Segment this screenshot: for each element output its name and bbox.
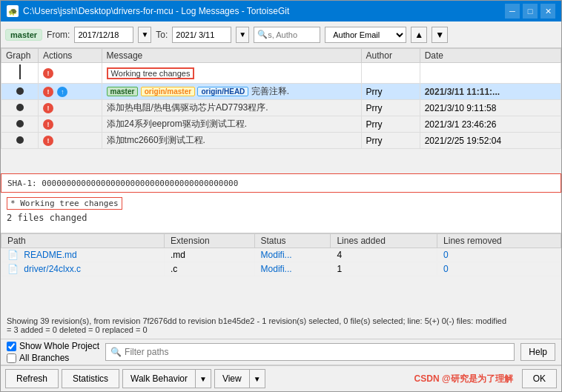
walk-behavior-button[interactable]: Walk Behavior — [122, 369, 195, 388]
col-status: Status — [254, 234, 331, 248]
col-lines-added: Lines added — [331, 234, 437, 248]
author-cell: Prry — [361, 133, 420, 149]
filter-box[interactable]: 🔍 — [105, 343, 515, 361]
action-cell: ! — [39, 116, 102, 133]
files-table-section: Path Extension Status Lines added Lines … — [1, 233, 561, 313]
close-button[interactable]: ✕ — [540, 4, 555, 19]
file-icon: 📄 — [7, 264, 19, 274]
table-row[interactable]: ! ↑ master origin/master origin/HEAD 完善注… — [1, 84, 561, 100]
file-link[interactable]: driver/24clxx.c — [24, 264, 81, 274]
view-dropdown[interactable]: ▼ — [249, 369, 265, 388]
checkboxes: Show Whole Project All Branches — [7, 341, 99, 363]
help-button[interactable]: Help — [520, 343, 555, 361]
author-dropdown[interactable]: Author Email — [325, 27, 406, 43]
commit-message-text: 添加热电阻/热电偶驱动芯片AD7793程序. — [107, 102, 268, 113]
minimize-button[interactable]: ─ — [505, 4, 520, 19]
checkbox-filter-row: Show Whole Project All Branches 🔍 Help — [1, 339, 561, 365]
table-row[interactable]: ! 添加热电阻/热电偶驱动芯片AD7793程序. Prry 2021/3/10 … — [1, 100, 561, 116]
show-whole-project-text: Show Whole Project — [19, 341, 99, 351]
path-cell: 📄 README.md — [1, 248, 165, 262]
title-bar-left: 🐢 C:\Users\jssh\Desktop\drivers-for-mcu … — [7, 5, 289, 17]
status-cell: Modifi... — [254, 262, 331, 276]
to-date-dropdown[interactable]: ▼ — [236, 27, 249, 43]
col-lines-removed: Lines removed — [437, 234, 561, 248]
walk-behavior-dropdown[interactable]: ▼ — [195, 369, 211, 388]
next-button[interactable]: ▼ — [432, 27, 448, 43]
date-cell — [420, 63, 561, 84]
commit-body: 2 files changed — [7, 213, 555, 223]
status-cell: Modifi... — [254, 248, 331, 262]
statistics-button[interactable]: Statistics — [62, 369, 119, 388]
footer-buttons: Refresh Statistics Walk Behavior ▼ View … — [1, 365, 561, 391]
to-date-input[interactable] — [172, 27, 231, 43]
lines-removed-cell: 0 — [437, 262, 561, 276]
col-author: Author — [361, 49, 420, 63]
search-icon: 🔍 — [257, 30, 268, 39]
all-branches-checkbox[interactable] — [7, 353, 16, 363]
graph-node — [19, 64, 21, 79]
action-cell: ! — [39, 100, 102, 116]
commit-message-text: 添加tmc2660到测试工程. — [107, 135, 205, 145]
action-icon-2: ↑ — [57, 87, 67, 97]
lines-added-cell: 4 — [331, 248, 437, 262]
table-row[interactable]: 📄 README.md .md Modifi... 4 0 — [1, 248, 561, 262]
branch-badge[interactable]: master — [5, 29, 42, 41]
search-icon: 🔍 — [110, 347, 122, 357]
commit-message-text: 添加24系列eeprom驱动到测试工程. — [107, 119, 247, 129]
tag-origin-master: origin/master — [141, 87, 195, 96]
author-cell — [361, 63, 420, 84]
refresh-button[interactable]: Refresh — [5, 369, 59, 388]
path-cell: 📄 driver/24clxx.c — [1, 262, 165, 276]
message-cell: Working tree changes — [102, 63, 361, 84]
commit-label: * Working tree changes — [7, 197, 555, 213]
prev-button[interactable]: ▲ — [411, 27, 427, 43]
all-branches-label[interactable]: All Branches — [7, 353, 99, 363]
table-row[interactable]: ! Working tree changes — [1, 63, 561, 84]
tag-master: master — [107, 87, 139, 96]
files-table: Path Extension Status Lines added Lines … — [1, 233, 561, 276]
message-cell: 添加24系列eeprom驱动到测试工程. — [102, 116, 361, 133]
graph-cell — [1, 116, 39, 133]
from-date-dropdown[interactable]: ▼ — [138, 27, 151, 43]
view-button[interactable]: View — [214, 369, 249, 388]
table-row[interactable]: ! 添加tmc2660到测试工程. Prry 2021/2/25 19:52:0… — [1, 133, 561, 149]
window-controls: ─ □ ✕ — [505, 4, 555, 19]
toolbar: master From: ▼ To: ▼ 🔍 Author Email ▲ ▼ — [1, 21, 561, 48]
date-cell: 2021/3/1 23:46:26 — [420, 116, 561, 133]
date-cell: 2021/3/10 9:11:58 — [420, 100, 561, 116]
action-icon: ! — [43, 103, 53, 113]
to-label: To: — [156, 30, 168, 40]
graph-dot — [16, 136, 24, 144]
author-cell: Prry — [361, 116, 420, 133]
view-split-btn: View ▼ — [214, 369, 265, 388]
app-icon: 🐢 — [7, 5, 19, 17]
search-box[interactable]: 🔍 — [254, 27, 320, 43]
file-icon: 📄 — [7, 250, 19, 260]
search-input[interactable] — [268, 30, 312, 39]
log-table-section: Graph Actions Message Author Date — [1, 48, 561, 173]
table-row[interactable]: 📄 driver/24clxx.c .c Modifi... 1 0 — [1, 262, 561, 276]
walk-behavior-split-btn: Walk Behavior ▼ — [122, 369, 211, 388]
filter-input[interactable] — [125, 347, 509, 357]
sha-section: SHA-1: 000000000000000000000000000000000… — [1, 173, 561, 193]
status-bar: Showing 39 revision(s), from revision 7f… — [1, 313, 561, 339]
from-label: From: — [47, 30, 70, 40]
ok-button[interactable]: OK — [522, 369, 557, 388]
col-message: Message — [102, 49, 361, 63]
sha-text: SHA-1: 000000000000000000000000000000000… — [7, 179, 238, 188]
maximize-button[interactable]: □ — [523, 4, 538, 19]
window-title: C:\Users\jssh\Desktop\drivers-for-mcu - … — [23, 6, 289, 16]
action-cell: ! ↑ — [39, 84, 102, 100]
log-table: Graph Actions Message Author Date — [1, 48, 561, 149]
show-whole-project-checkbox[interactable] — [7, 342, 16, 351]
date-cell: 2021/2/25 19:52:04 — [420, 133, 561, 149]
file-link[interactable]: README.md — [24, 250, 76, 260]
graph-dot — [16, 87, 24, 95]
date-cell: 2021/3/11 11:11:... — [420, 84, 561, 100]
graph-cell — [1, 84, 39, 100]
from-date-input[interactable] — [74, 27, 133, 43]
status-text-1: Showing 39 revision(s), from revision 7f… — [7, 316, 555, 325]
table-row[interactable]: ! 添加24系列eeprom驱动到测试工程. Prry 2021/3/1 23:… — [1, 116, 561, 133]
show-whole-project-label[interactable]: Show Whole Project — [7, 341, 99, 351]
main-content: Graph Actions Message Author Date — [1, 48, 561, 391]
